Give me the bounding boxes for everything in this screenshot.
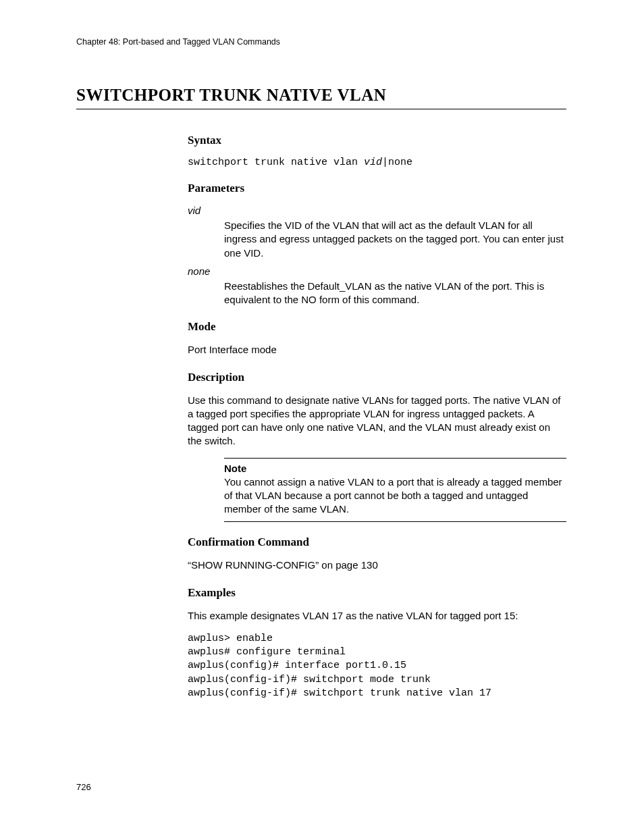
note-label: Note xyxy=(224,463,566,474)
param-desc-none: Reestablishes the Default_VLAN as the na… xyxy=(224,280,566,307)
confirmation-text: “SHOW RUNNING-CONFIG” on page 130 xyxy=(188,558,566,572)
examples-intro: This example designates VLAN 17 as the n… xyxy=(188,609,566,623)
note-text: You cannot assign a native VLAN to a por… xyxy=(224,475,566,517)
heading-mode: Mode xyxy=(188,320,566,334)
description-text: Use this command to designate native VLA… xyxy=(188,394,566,448)
param-name-none: none xyxy=(188,265,566,277)
heading-description: Description xyxy=(188,371,566,384)
examples-code: awplus> enable awplus# configure termina… xyxy=(188,632,566,700)
heading-syntax: Syntax xyxy=(188,134,566,147)
syntax-arg: vid xyxy=(364,157,382,168)
syntax-suffix: |none xyxy=(382,157,412,168)
note-block: Note You cannot assign a native VLAN to … xyxy=(224,458,566,523)
page-number: 726 xyxy=(76,782,91,792)
param-desc-vid: Specifies the VID of the VLAN that will … xyxy=(224,219,566,260)
running-header: Chapter 48: Port-based and Tagged VLAN C… xyxy=(76,37,566,47)
heading-confirmation: Confirmation Command xyxy=(188,536,566,549)
syntax-prefix: switchport trunk native vlan xyxy=(188,157,364,168)
param-name-vid: vid xyxy=(188,205,566,216)
heading-parameters: Parameters xyxy=(188,182,566,195)
content-area: Syntax switchport trunk native vlan vid|… xyxy=(188,134,566,700)
page: Chapter 48: Port-based and Tagged VLAN C… xyxy=(0,0,644,834)
page-title: SWITCHPORT TRUNK NATIVE VLAN xyxy=(76,86,566,109)
syntax-line: switchport trunk native vlan vid|none xyxy=(188,157,566,168)
mode-text: Port Interface mode xyxy=(188,343,566,357)
heading-examples: Examples xyxy=(188,586,566,600)
